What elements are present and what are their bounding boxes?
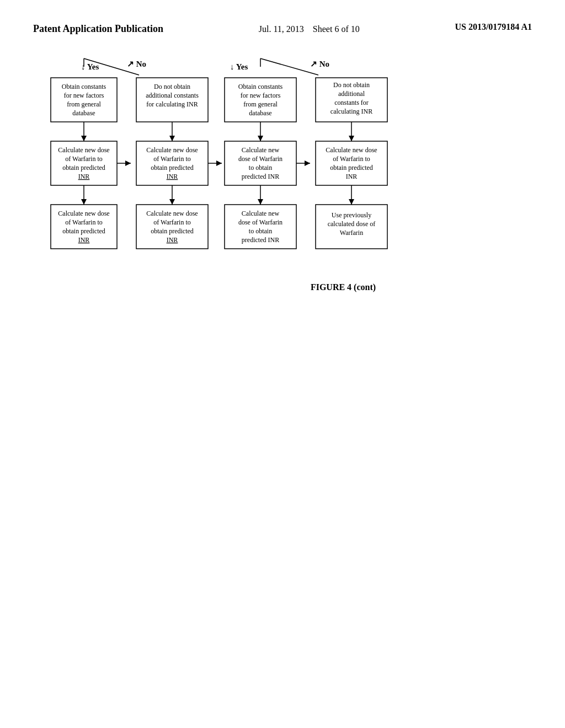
- figure-diagram: ↓ Yes Obtain constants for new factors f…: [28, 53, 537, 638]
- col3-box1-line2: for new factors: [241, 92, 281, 99]
- col1-arrowhead2: [81, 199, 87, 205]
- col4-arrowhead1: [349, 136, 354, 141]
- col1-box3-line4: INR: [78, 236, 90, 244]
- yes2-label: ↓ Yes: [230, 62, 248, 71]
- col1-box3-line2: of Warfarin to: [65, 218, 102, 226]
- header-center: Jul. 11, 2013 Sheet 6 of 10: [259, 22, 360, 36]
- col2-box1-line3: for calculating INR: [146, 100, 198, 108]
- col3-to-col4-arrowhead: [305, 160, 310, 166]
- col4-box2-line1: Calculate new dose: [326, 146, 377, 154]
- col4-box1-line2: additional: [338, 90, 365, 98]
- no1-label: ↗ No: [127, 60, 146, 68]
- col4-arrowhead2: [349, 199, 354, 205]
- col3-arrowhead1: [258, 136, 263, 141]
- col3-arrowhead2: [258, 199, 263, 205]
- col4-box2-line2: of Warfarin to: [333, 155, 370, 163]
- col3-box3-line2: dose of Warfarin: [238, 218, 282, 226]
- col3-box3-line3: to obtain: [249, 227, 272, 235]
- figure-caption: FIGURE 4 (cont): [311, 282, 376, 292]
- col1-box2-line2: of Warfarin to: [65, 155, 102, 163]
- col2-box2-line1: Calculate new dose: [146, 146, 198, 154]
- col4-box2-line3: obtain predicted: [330, 164, 373, 172]
- pub-date: Jul. 11, 2013: [259, 24, 304, 34]
- col4-box1-line4: calculating INR: [331, 108, 372, 115]
- col1-box2-line4: INR: [78, 173, 90, 180]
- page-container: Patent Application Publication Jul. 11, …: [0, 0, 565, 638]
- col1-box1-line4: database: [72, 109, 95, 117]
- col1-box2-line3: obtain predicted: [62, 164, 105, 172]
- col2-box2-line2: of Warfarin to: [153, 155, 190, 163]
- col3-box2-line4: predicted INR: [242, 173, 279, 180]
- col3-box2-line3: to obtain: [249, 164, 272, 172]
- page-header: Patent Application Publication Jul. 11, …: [0, 0, 565, 47]
- col3-box1-line1: Obtain constants: [238, 83, 283, 90]
- col1-box1-line3: from general: [67, 100, 101, 108]
- col2-box2-line4: INR: [167, 173, 178, 180]
- col4-box2-line4: INR: [346, 173, 358, 180]
- col2-box2-line3: obtain predicted: [151, 164, 194, 172]
- col2-box3-line3: obtain predicted: [151, 227, 194, 235]
- col3-box2-line2: dose of Warfarin: [238, 155, 282, 163]
- col3-box1-line3: from general: [243, 100, 278, 108]
- col4-box1-line3: constants for: [334, 99, 369, 106]
- patent-number: US 2013/0179184 A1: [455, 22, 532, 32]
- col1-box1-line1: Obtain constants: [62, 83, 106, 90]
- col3-box2-line1: Calculate new: [242, 146, 280, 154]
- col1-box3-line3: obtain predicted: [62, 227, 105, 235]
- col3-box3-line1: Calculate new: [242, 210, 280, 217]
- col4-box1-line1: Do not obtain: [333, 81, 370, 89]
- col2-box3-line1: Calculate new dose: [146, 210, 198, 217]
- col1-to-col2-arrowhead: [125, 160, 131, 166]
- col1-arrowhead1: [81, 136, 87, 141]
- col2-arrowhead1: [169, 136, 175, 141]
- publication-title: Patent Application Publication: [33, 22, 163, 36]
- col4-box3-line1: Use previously: [332, 211, 371, 219]
- sheet-info: Sheet 6 of 10: [313, 24, 360, 34]
- col3-box3-line4: predicted INR: [242, 236, 279, 244]
- col2-box1-line1: Do not obtain: [154, 83, 190, 90]
- diagram-svg: ↓ Yes Obtain constants for new factors f…: [34, 53, 531, 638]
- no2-label: ↗ No: [310, 60, 329, 68]
- col4-box3-line2: calculated dose of: [328, 220, 376, 228]
- col1-box3-line1: Calculate new dose: [58, 210, 109, 217]
- col2-box3-line2: of Warfarin to: [153, 218, 190, 226]
- col2-box3-line4: INR: [167, 236, 178, 244]
- col1-box1-line2: for new factors: [64, 92, 104, 99]
- col4-box3-line3: Warfarin: [340, 229, 363, 237]
- col2-arrowhead2: [169, 199, 175, 205]
- col1-box2-line1: Calculate new dose: [58, 146, 109, 154]
- col2-box1-line2: additional constants: [146, 92, 199, 99]
- col2-to-col3-arrowhead: [216, 160, 222, 166]
- col3-box1-line4: database: [249, 109, 271, 117]
